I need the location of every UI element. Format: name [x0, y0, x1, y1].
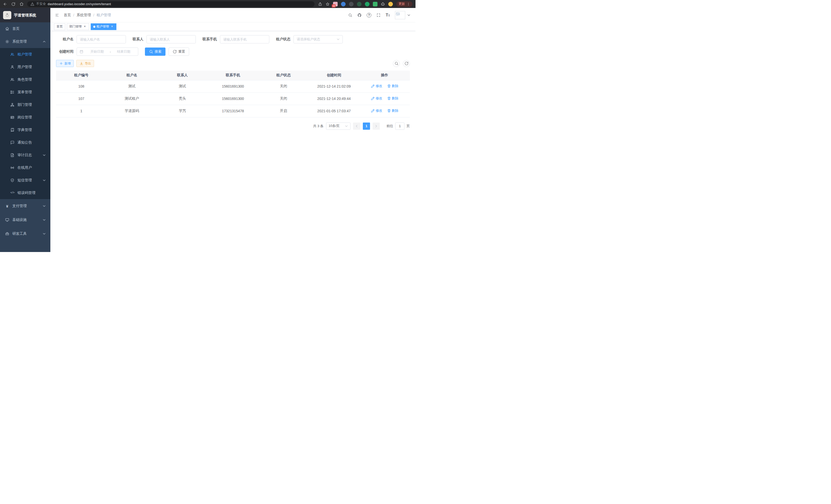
sidebar-item-tenant[interactable]: 租户管理 — [0, 48, 50, 61]
share-icon[interactable] — [318, 2, 322, 6]
extension-badge: 10 — [332, 4, 336, 7]
sidebar-item-menu[interactable]: 菜单管理 — [0, 86, 50, 98]
cell-actions: 修改 删除 — [359, 105, 410, 117]
search-button[interactable]: 搜索 — [145, 48, 166, 56]
toolbox-icon — [5, 232, 9, 236]
browser-update-button[interactable]: 更新 ⋮ — [396, 1, 412, 7]
back-icon[interactable] — [3, 2, 7, 6]
field-label: 租户状态 — [276, 37, 293, 41]
page-number-button[interactable]: 1 — [363, 122, 370, 130]
field-label: 创建时间 — [56, 49, 77, 54]
sidebar-item-role[interactable]: 角色管理 — [0, 73, 50, 86]
app-shell: 芋道管理系统 首页 系统管理 租户管理 用户管理 角色管理 — [0, 8, 416, 252]
search-icon[interactable] — [348, 13, 352, 17]
tree-table-icon — [10, 90, 15, 94]
cell-actions: 修改 删除 — [359, 92, 410, 105]
sidebar-item-home[interactable]: 首页 — [0, 22, 50, 35]
message-icon — [10, 141, 15, 145]
help-icon[interactable]: ? — [367, 13, 371, 18]
extension-icon-6[interactable] — [373, 2, 377, 6]
edit-link[interactable]: 修改 — [371, 84, 382, 88]
toggle-search-icon[interactable] — [393, 60, 400, 67]
tab-tenant[interactable]: 租户管理 × — [91, 23, 116, 30]
delete-link[interactable]: 删除 — [387, 96, 399, 101]
phone-input[interactable] — [220, 35, 269, 43]
sidebar-item-dict[interactable]: 字典管理 — [0, 124, 50, 136]
sidebar-item-online-user[interactable]: 在线用户 — [0, 161, 50, 174]
extensions-puzzle-icon[interactable] — [381, 2, 385, 6]
edit-link[interactable]: 修改 — [371, 109, 382, 113]
extension-icon-1[interactable]: 10 — [333, 2, 338, 6]
font-size-icon[interactable]: TT — [386, 13, 390, 17]
sidebar-item-label: 租户管理 — [18, 52, 46, 57]
id-card-icon — [10, 115, 15, 119]
date-range-picker[interactable]: 开始日期 - 结束日期 — [77, 48, 138, 56]
cell-tenant-id: 1 — [56, 105, 107, 117]
user-avatar-menu[interactable] — [395, 11, 411, 19]
caret-down-icon — [407, 13, 411, 17]
delete-link[interactable]: 删除 — [387, 84, 399, 88]
home-icon[interactable] — [20, 2, 24, 6]
page-size-select[interactable]: 10条/页 — [326, 122, 350, 130]
refresh-icon[interactable] — [11, 2, 16, 6]
extension-icon-4[interactable] — [357, 2, 362, 6]
sidebar-item-payment[interactable]: ¥ 支付管理 — [0, 199, 50, 213]
log-icon — [10, 153, 15, 157]
browser-toolbar-right: 10 更新 ⋮ — [318, 1, 412, 7]
sidebar-item-dept[interactable]: 部门管理 — [0, 98, 50, 111]
sidebar-item-label: 审计日志 — [18, 153, 39, 157]
peoples-icon — [10, 52, 15, 57]
refresh-table-icon[interactable] — [403, 60, 410, 67]
status-select[interactable]: 请选择租户状态 — [293, 35, 343, 43]
cell-contact: 测试 — [157, 80, 208, 92]
extension-icon-5[interactable] — [365, 2, 370, 6]
page-content: 租户名 联系人 联系手机 租户状态 请选择租户状态 — [50, 31, 416, 252]
collapse-menu-icon[interactable] — [55, 13, 59, 17]
tab-label: 首页 — [57, 24, 63, 29]
sidebar-item-notice[interactable]: 通知公告 — [0, 136, 50, 149]
add-button[interactable]: 新增 — [56, 60, 74, 67]
filter-row-2: 创建时间 开始日期 - 结束日期 搜索 重置 — [56, 48, 410, 56]
sidebar-item-audit-log[interactable]: 审计日志 — [0, 149, 50, 161]
cell-status: 关闭 — [258, 80, 309, 92]
tab-home[interactable]: 首页 — [54, 23, 65, 30]
tenant-name-input[interactable] — [77, 35, 126, 43]
sidebar-item-devtools[interactable]: 研发工具 — [0, 227, 50, 241]
extension-icon-2[interactable] — [341, 2, 346, 6]
delete-link[interactable]: 删除 — [387, 109, 399, 113]
prev-page-button[interactable] — [353, 122, 360, 130]
sidebar-item-sms[interactable]: 短信管理 — [0, 174, 50, 186]
contact-input[interactable] — [146, 35, 196, 43]
close-icon[interactable]: × — [83, 25, 87, 29]
sidebar-item-system[interactable]: 系统管理 — [0, 35, 50, 48]
breadcrumb-item[interactable]: 首页 — [64, 13, 71, 18]
edit-link[interactable]: 修改 — [371, 96, 382, 101]
breadcrumb: 首页 / 系统管理 / 租户管理 — [64, 13, 111, 18]
close-icon[interactable]: × — [110, 25, 114, 29]
sidebar-item-label: 用户管理 — [18, 65, 46, 69]
select-placeholder: 请选择租户状态 — [297, 37, 320, 41]
breadcrumb-separator: / — [73, 13, 74, 17]
browser-chrome: 不安全 dashboard.yudao.iocoder.cn/system/te… — [0, 0, 416, 8]
kebab-menu-icon[interactable]: ⋮ — [407, 2, 410, 6]
github-icon[interactable] — [357, 13, 362, 17]
next-page-button[interactable] — [373, 122, 380, 130]
profile-avatar[interactable] — [388, 2, 393, 6]
security-label: 不安全 — [36, 2, 46, 6]
reset-button[interactable]: 重置 — [169, 48, 189, 56]
plus-icon — [59, 61, 63, 65]
fullscreen-icon[interactable] — [376, 13, 380, 17]
goto-page-input[interactable] — [395, 122, 404, 130]
sidebar-item-error-code[interactable]: </> 错误码管理 — [0, 186, 50, 199]
browser-nav — [3, 2, 24, 6]
extension-icon-3[interactable] — [349, 2, 353, 6]
sidebar-item-user[interactable]: 用户管理 — [0, 61, 50, 73]
tags-view-bar: 首页 部门管理 × 租户管理 × — [50, 22, 416, 31]
export-button[interactable]: 导出 — [76, 60, 94, 67]
breadcrumb-item[interactable]: 系统管理 — [77, 13, 91, 18]
bookmark-star-icon[interactable] — [325, 2, 330, 6]
address-bar[interactable]: 不安全 dashboard.yudao.iocoder.cn/system/te… — [27, 1, 315, 7]
sidebar-item-infrastructure[interactable]: 基础设施 — [0, 213, 50, 227]
sidebar-item-post[interactable]: 岗位管理 — [0, 111, 50, 124]
tab-dept[interactable]: 部门管理 × — [67, 23, 89, 30]
